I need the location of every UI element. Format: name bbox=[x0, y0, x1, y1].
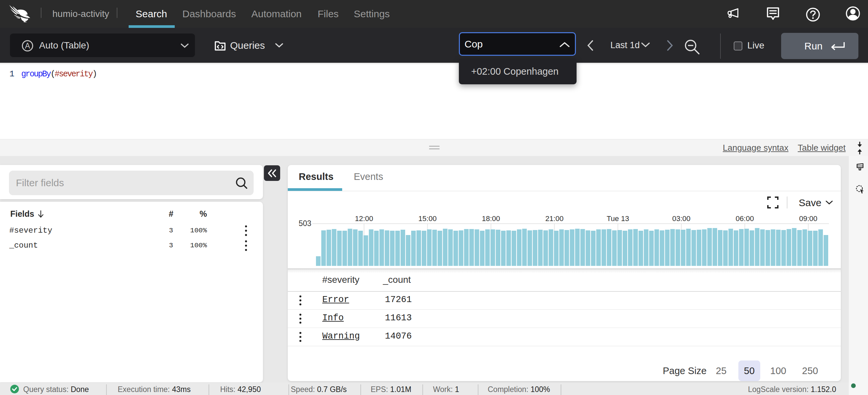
svg-text:18:00: 18:00 bbox=[482, 215, 500, 223]
svg-text:09:00: 09:00 bbox=[799, 215, 817, 223]
svg-text:Tue 13: Tue 13 bbox=[607, 215, 629, 223]
svg-text:06:00: 06:00 bbox=[736, 215, 754, 223]
svg-text:12:00: 12:00 bbox=[355, 215, 373, 223]
svg-text:21:00: 21:00 bbox=[546, 215, 564, 223]
svg-text:03:00: 03:00 bbox=[672, 215, 690, 223]
svg-text:503: 503 bbox=[299, 219, 311, 228]
svg-text:15:00: 15:00 bbox=[418, 215, 437, 223]
